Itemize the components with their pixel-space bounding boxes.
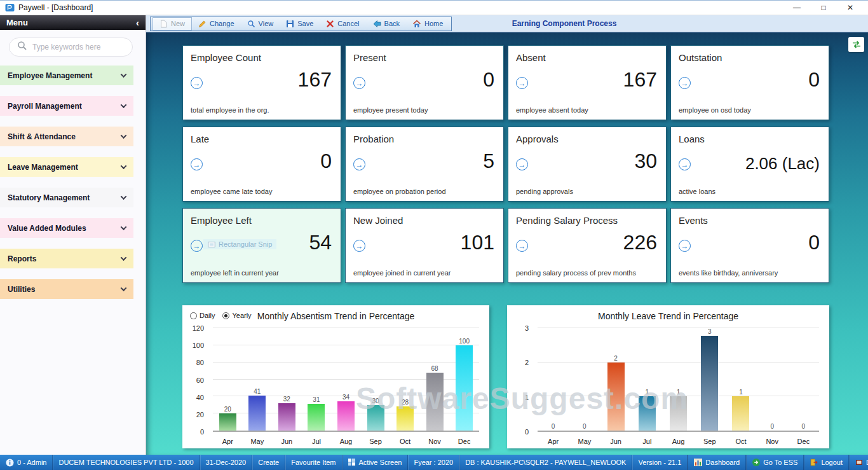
x-tick-label: Jul [305, 438, 328, 445]
chevron-down-icon [121, 254, 127, 261]
statusbar-item-create[interactable]: Create [252, 455, 285, 470]
sidebar-item-value-added-modules[interactable]: Value Added Modules [0, 218, 133, 238]
x-tick-label: Oct [729, 438, 752, 445]
search-input[interactable] [32, 43, 131, 52]
bar-aug [670, 396, 687, 431]
view-icon [247, 20, 255, 28]
bar-value-label: 28 [402, 399, 409, 406]
card-pending-salary-process[interactable]: Pending Salary Process→226pending salary… [508, 208, 667, 283]
statusbar-item-go-to-ess[interactable]: Go To ESS [746, 455, 804, 470]
statusbar-item-fyear-2020[interactable]: Fyear : 2020 [408, 455, 459, 470]
card-desc: employee came late today [191, 188, 272, 195]
bar-column-dec: 0 [792, 328, 815, 431]
card-employee-left[interactable]: Employee Left→54employee left in current… [182, 208, 341, 283]
card-probation[interactable]: Probation→5employee on probation period [345, 127, 504, 202]
card-events[interactable]: Events→0events like birthday, anniversar… [670, 208, 829, 283]
sidebar-item-label: Reports [8, 254, 36, 263]
radio-daily[interactable]: Daily [190, 312, 215, 319]
sidebar: Menu ‹ Employee ManagementPayroll Manage… [0, 15, 146, 455]
go-arrow-icon[interactable]: → [516, 158, 528, 170]
sidebar-item-leave-management[interactable]: Leave Management [0, 157, 133, 177]
leave-chart-title: Monthly Leave Trend in Percentage [507, 311, 829, 321]
go-arrow-icon[interactable]: → [191, 158, 203, 170]
sidebar-item-utilities[interactable]: Utilities [0, 279, 133, 299]
bar-dec [456, 345, 473, 431]
card-outstation[interactable]: Outstation→0employee on osd today [670, 45, 829, 120]
card-title: Employee Left [191, 215, 333, 226]
main-column: NewChangeViewSaveCancelBackHome Earning … [146, 15, 868, 455]
save-icon [286, 20, 294, 28]
bar-column-apr: 0 [542, 328, 565, 431]
statusbar-item-dashboard[interactable]: Dashboard [688, 455, 746, 470]
statusbar-item-ducem-technologies-pvt-ltd-1000[interactable]: DUCEM TECHNOLOGIES PVT LTD - 1000 [53, 455, 200, 470]
refresh-icon[interactable] [848, 37, 864, 52]
bar-column-dec: 100 [453, 328, 476, 431]
save-button[interactable]: Save [280, 17, 320, 31]
statusbar-item-favourite-item[interactable]: Favourite Item [285, 455, 342, 470]
x-tick-label: Jun [275, 438, 298, 445]
button-label: New [171, 20, 185, 27]
collapse-sidebar-icon[interactable]: ‹ [136, 17, 139, 28]
statusbar-item-ducem[interactable]: DUCEM [849, 455, 868, 470]
back-icon [372, 20, 381, 28]
go-arrow-icon[interactable]: → [191, 77, 203, 89]
bar-column-apr: 20 [216, 328, 239, 431]
go-arrow-icon[interactable]: → [679, 240, 691, 252]
back-button[interactable]: Back [366, 17, 406, 31]
sidebar-item-employee-management[interactable]: Employee Management [0, 66, 133, 85]
cancel-button[interactable]: Cancel [320, 17, 365, 31]
statusbar-item-31-dec-2020[interactable]: 31-Dec-2020 [200, 455, 253, 470]
radio-yearly[interactable]: Yearly [222, 312, 251, 319]
bar-jul [308, 404, 325, 431]
statusbar-item-active-screen[interactable]: Active Screen [342, 455, 409, 470]
bar-jun [607, 363, 625, 431]
go-arrow-icon[interactable]: → [516, 240, 528, 252]
statusbar-item-label: 31-Dec-2020 [206, 459, 247, 466]
card-approvals[interactable]: Approvals→30pending approvals [508, 127, 667, 202]
sidebar-item-reports[interactable]: Reports [0, 249, 133, 268]
card-present[interactable]: Present→0employee present today [345, 45, 504, 120]
minimize-button[interactable]: — [784, 1, 810, 15]
go-arrow-icon[interactable]: → [353, 158, 365, 170]
y-axis-labels: 020406080100120 [186, 328, 209, 432]
home-button[interactable]: Home [406, 17, 449, 31]
button-label: Home [424, 20, 443, 27]
card-loans[interactable]: Loans→2.06 (Lac)active loans [670, 127, 829, 202]
statusbar-item-logout[interactable]: Logout [804, 455, 849, 470]
go-arrow-icon[interactable]: → [516, 77, 528, 89]
sidebar-item-payroll-management[interactable]: Payroll Management [0, 96, 133, 116]
bar-value-label: 34 [342, 394, 349, 401]
window-title: Paywell - [Dashboard] [18, 3, 93, 12]
go-arrow-icon[interactable]: → [353, 240, 365, 252]
card-value: 0 [483, 69, 494, 91]
cancel-icon [326, 20, 334, 28]
go-arrow-icon[interactable]: → [679, 77, 691, 89]
bar-value-label: 1 [646, 389, 649, 396]
statusbar: 0 - AdminDUCEM TECHNOLOGIES PVT LTD - 10… [0, 455, 868, 470]
new-button[interactable]: New [153, 17, 192, 31]
bar-apr [219, 413, 236, 431]
sidebar-search[interactable] [9, 38, 133, 57]
statusbar-item-0-admin[interactable]: 0 - Admin [0, 455, 53, 470]
sidebar-item-statutory-management[interactable]: Statutory Management [0, 188, 133, 207]
go-arrow-icon[interactable]: → [679, 158, 691, 170]
sidebar-item-shift-attendance[interactable]: Shift & Attendance [0, 127, 133, 146]
go-arrow-icon[interactable]: → [191, 240, 203, 252]
statusbar-item-db-kaushik-pc-sqlr2-paywell-newlook[interactable]: DB : KAUSHIK-PC\SQLR2 - PAYWELL_NEWLOOK [459, 455, 632, 470]
bar-value-label: 0 [552, 423, 555, 430]
card-new-joined[interactable]: New Joined→101employee joined in current… [345, 208, 504, 283]
statusbar-item-version-21-1[interactable]: Version - 21.1 [632, 455, 688, 470]
card-value: 101 [461, 232, 494, 254]
view-button[interactable]: View [241, 17, 280, 31]
statusbar-right: DashboardGo To ESSLogoutDUCEM [688, 455, 868, 470]
card-late[interactable]: Late→0employee came late today [182, 127, 341, 202]
bar-column-nov: 68 [423, 328, 446, 431]
change-button[interactable]: Change [192, 17, 241, 31]
window-controls: — □ ✕ [784, 1, 863, 15]
card-absent[interactable]: Absent→167employee absent today [508, 45, 667, 120]
close-button[interactable]: ✕ [837, 1, 863, 15]
card-employee-count[interactable]: Employee Count→167total employee in the … [182, 45, 341, 120]
button-label: Change [210, 20, 234, 27]
go-arrow-icon[interactable]: → [353, 77, 365, 89]
maximize-button[interactable]: □ [811, 1, 836, 15]
